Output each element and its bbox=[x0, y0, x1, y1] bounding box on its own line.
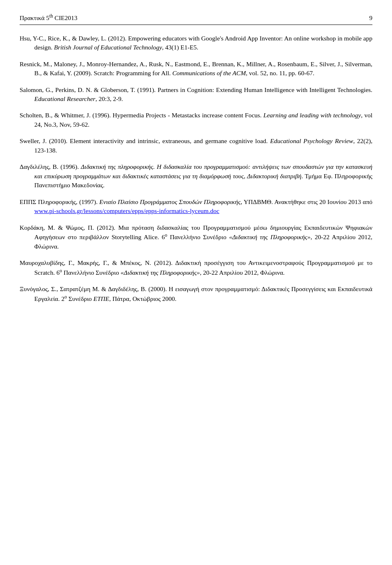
reference-2-text: Resnick, M., Maloney, J., Monroy-Hernand… bbox=[20, 60, 372, 78]
reference-6-text: Δαγδιλέλης, Β. (1996). Διδακτική της πλη… bbox=[20, 162, 372, 190]
page-header: Πρακτικά 5th CIE2013 9 bbox=[20, 13, 372, 25]
page-number: 9 bbox=[369, 13, 372, 22]
references-list: Hsu, Y-C., Rice, K., & Dawley, L. (2012)… bbox=[20, 34, 372, 304]
reference-8-text: Κορδάκη, Μ. & Ψώμος, Π. (2012). Μια πρότ… bbox=[20, 223, 372, 251]
reference-4-text: Scholten, B., & Whitmer, J. (1996). Hype… bbox=[20, 111, 372, 129]
reference-3-text: Salomon, G., Perkins, D. N. & Globerson,… bbox=[20, 85, 372, 104]
reference-4: Scholten, B., & Whitmer, J. (1996). Hype… bbox=[20, 111, 372, 129]
reference-5-text: Sweller, J. (2010). Element interactivit… bbox=[20, 137, 372, 155]
reference-2: Resnick, M., Maloney, J., Monroy-Hernand… bbox=[20, 60, 372, 78]
journal-title: Πρακτικά 5th CIE2013 bbox=[20, 13, 78, 23]
reference-9: Μαυροχαλυβίδης, Γ., Μακρής, Γ., & Μπέκος… bbox=[20, 258, 372, 277]
reference-10: Ξυνόγαλος, Σ., Σατρατζέμη Μ. & Δαγδιδέλη… bbox=[20, 285, 372, 303]
reference-1: Hsu, Y-C., Rice, K., & Dawley, L. (2012)… bbox=[20, 34, 372, 52]
reference-10-text: Ξυνόγαλος, Σ., Σατρατζέμη Μ. & Δαγδιδέλη… bbox=[20, 285, 372, 303]
reference-6: Δαγδιλέλης, Β. (1996). Διδακτική της πλη… bbox=[20, 162, 372, 190]
reference-8: Κορδάκη, Μ. & Ψώμος, Π. (2012). Μια πρότ… bbox=[20, 223, 372, 251]
reference-9-text: Μαυροχαλυβίδης, Γ., Μακρής, Γ., & Μπέκος… bbox=[20, 258, 372, 277]
reference-1-text: Hsu, Y-C., Rice, K., & Dawley, L. (2012)… bbox=[20, 34, 372, 52]
reference-5: Sweller, J. (2010). Element interactivit… bbox=[20, 137, 372, 155]
pi-schools-link[interactable]: www.pi-schools.gr/lessons/computers/epps… bbox=[34, 207, 219, 214]
reference-3: Salomon, G., Perkins, D. N. & Globerson,… bbox=[20, 85, 372, 104]
reference-7-text: ΕΠΠΣ Πληροφορικής, (1997). Ενιαίο Πλαίσι… bbox=[20, 197, 372, 216]
reference-7: ΕΠΠΣ Πληροφορικής, (1997). Ενιαίο Πλαίσι… bbox=[20, 197, 372, 216]
